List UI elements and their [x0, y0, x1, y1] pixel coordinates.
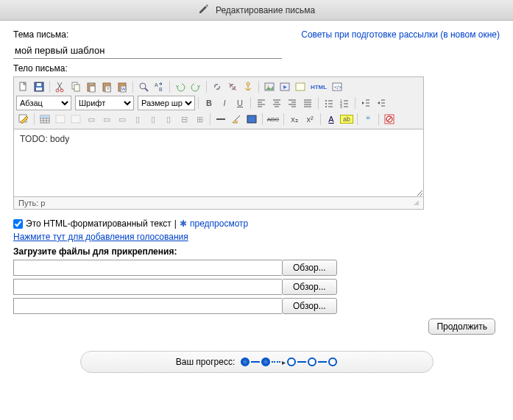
- split-cell-icon[interactable]: ⊟: [177, 112, 191, 127]
- italic-button[interactable]: I: [217, 96, 232, 110]
- undo-icon[interactable]: [173, 79, 188, 94]
- media-icon[interactable]: [277, 79, 292, 94]
- subject-input[interactable]: [13, 43, 282, 59]
- find-icon[interactable]: [136, 79, 151, 94]
- table-props-icon[interactable]: [53, 112, 68, 127]
- file-input-2[interactable]: [13, 279, 282, 295]
- step-5-icon: [328, 357, 337, 366]
- format-select[interactable]: Абзац: [16, 96, 71, 110]
- font-select[interactable]: Шрифт: [75, 96, 134, 110]
- preview-link[interactable]: предпросмотр: [190, 218, 248, 229]
- image-icon[interactable]: [262, 79, 277, 94]
- arrow-icon: ▸: [282, 358, 286, 366]
- strike-button[interactable]: ABC: [266, 112, 280, 127]
- svg-rect-3: [37, 83, 41, 86]
- col-after-icon[interactable]: ▯: [146, 112, 160, 127]
- browse-button-1[interactable]: Обзор...: [282, 260, 337, 276]
- save-icon[interactable]: [32, 79, 46, 94]
- unlink-icon[interactable]: [225, 79, 240, 94]
- outdent-icon[interactable]: [358, 96, 373, 110]
- svg-rect-71: [56, 115, 65, 123]
- file-input-1[interactable]: [13, 260, 282, 276]
- bold-button[interactable]: B: [202, 96, 216, 110]
- add-voting-link[interactable]: Нажмите тут для добавления голосования: [13, 232, 188, 242]
- svg-point-46: [325, 100, 327, 102]
- editor-body[interactable]: TODO: body: [13, 129, 424, 197]
- indent-icon[interactable]: [374, 96, 389, 110]
- merge-cell-icon[interactable]: ⊞: [192, 112, 207, 127]
- step-connector: [318, 361, 327, 363]
- svg-text:T: T: [107, 87, 110, 91]
- row-before-icon[interactable]: ▭: [84, 112, 99, 127]
- file-row-2: Обзор...: [13, 279, 500, 295]
- cut-icon[interactable]: [53, 79, 68, 94]
- svg-text:A: A: [155, 82, 158, 88]
- page-header: Редактирование письма: [0, 0, 513, 21]
- bg-color-button[interactable]: ab: [339, 112, 354, 127]
- progress-label: Ваш прогресс:: [176, 357, 236, 367]
- blockquote-button[interactable]: ❝: [361, 112, 375, 127]
- align-left-icon[interactable]: [254, 96, 269, 110]
- newdoc-icon[interactable]: [16, 79, 31, 94]
- resize-grip-icon[interactable]: ◢: [414, 199, 419, 207]
- number-list-icon[interactable]: 123: [337, 96, 352, 110]
- size-select[interactable]: Размер шри: [138, 96, 195, 110]
- edit-icon: [198, 3, 210, 17]
- superscript-button[interactable]: x²: [303, 112, 317, 127]
- bullet-list-icon[interactable]: [322, 96, 336, 110]
- hr-icon[interactable]: [213, 112, 228, 127]
- layer-icon[interactable]: [16, 112, 31, 127]
- col-before-icon[interactable]: ▯: [130, 112, 145, 127]
- editor-statusbar: Путь: p ◢: [13, 197, 424, 210]
- align-justify-icon[interactable]: [300, 96, 315, 110]
- copy-icon[interactable]: [68, 79, 83, 94]
- continue-button[interactable]: Продолжить: [428, 318, 495, 335]
- table-icon[interactable]: [38, 112, 52, 127]
- cell-props-icon[interactable]: [68, 112, 83, 127]
- body-label: Тело письма:: [13, 63, 500, 74]
- svg-rect-72: [71, 115, 80, 123]
- paste-text-icon[interactable]: T: [99, 79, 114, 94]
- step-3-icon: [287, 357, 296, 366]
- text-color-button[interactable]: A: [324, 112, 339, 127]
- embed-icon[interactable]: [293, 79, 308, 94]
- browse-button-2[interactable]: Обзор...: [282, 279, 337, 295]
- paste-icon[interactable]: [84, 79, 99, 94]
- svg-rect-10: [90, 86, 95, 92]
- tips-link[interactable]: Советы при подготовке рассылки (в новом …: [301, 29, 500, 40]
- step-connector: [272, 361, 280, 363]
- align-center-icon[interactable]: [269, 96, 284, 110]
- anchor-icon[interactable]: [241, 79, 255, 94]
- remove-format-icon[interactable]: [229, 112, 244, 127]
- html-format-checkbox[interactable]: [13, 219, 23, 229]
- svg-point-48: [325, 106, 327, 107]
- code-icon[interactable]: </>: [330, 79, 344, 94]
- step-2-icon: [261, 357, 270, 366]
- subscript-button[interactable]: x₂: [287, 112, 302, 127]
- replace-icon[interactable]: AB: [152, 79, 166, 94]
- step-1-icon: [241, 357, 250, 366]
- row-after-icon[interactable]: ▭: [99, 112, 114, 127]
- col-delete-icon[interactable]: ▯: [161, 112, 176, 127]
- align-right-icon[interactable]: [285, 96, 300, 110]
- row-delete-icon[interactable]: ▭: [115, 112, 130, 127]
- editor-toolbar: T W AB HTML </> Абзац Шрифт Размер шри: [13, 76, 424, 129]
- paste-word-icon[interactable]: W: [115, 79, 130, 94]
- underline-button[interactable]: U: [233, 96, 247, 110]
- svg-rect-70: [40, 115, 49, 118]
- browse-button-3[interactable]: Обзор...: [282, 298, 337, 314]
- stop-icon[interactable]: [382, 112, 397, 127]
- svg-text:W: W: [121, 87, 126, 91]
- path-label: Путь: p: [18, 199, 45, 207]
- redo-icon[interactable]: [188, 79, 203, 94]
- link-icon[interactable]: [210, 79, 224, 94]
- svg-rect-2: [36, 88, 42, 90]
- file-row-1: Обзор...: [13, 260, 500, 276]
- page-title: Редактирование письма: [216, 5, 315, 15]
- step-4-icon: [308, 357, 316, 366]
- html-button[interactable]: HTML: [308, 79, 329, 94]
- file-input-3[interactable]: [13, 298, 282, 314]
- step-connector: [297, 361, 306, 363]
- svg-rect-74: [233, 121, 238, 124]
- show-blocks-icon[interactable]: [244, 112, 259, 127]
